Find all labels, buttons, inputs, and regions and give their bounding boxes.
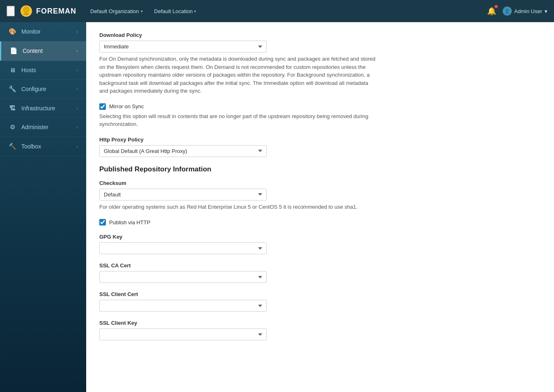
sidebar-label-toolbox: Toolbox xyxy=(21,143,41,150)
ssl-client-key-label: SSL Client Key xyxy=(99,320,378,326)
hamburger-button[interactable]: ☰ xyxy=(7,6,15,16)
sidebar-item-toolbox[interactable]: 🔨 Toolbox › xyxy=(0,137,86,156)
sidebar-item-configure[interactable]: 🔧 Configure › xyxy=(0,80,86,99)
ssl-client-key-group: SSL Client Key xyxy=(99,320,378,340)
download-policy-select[interactable]: Immediate On Demand Background xyxy=(99,41,267,52)
download-policy-label: Download Policy xyxy=(99,32,378,38)
hosts-chevron-icon: › xyxy=(76,68,78,73)
mirror-on-sync-description: Selecting this option will result in con… xyxy=(99,112,378,128)
logo-area: FOREMAN xyxy=(20,5,76,18)
mirror-on-sync-checkbox-label[interactable]: Mirror on Sync xyxy=(109,103,144,109)
ssl-ca-cert-label: SSL CA Cert xyxy=(99,262,378,269)
configure-chevron-icon: › xyxy=(76,87,78,91)
mirror-on-sync-row: Mirror on Sync xyxy=(99,103,378,110)
monitor-chevron-icon: › xyxy=(76,29,78,34)
right-actions: 🔔 👤 Admin User ▾ xyxy=(487,7,547,16)
location-dropdown[interactable]: Default Location ▾ xyxy=(150,6,201,17)
sidebar-item-hosts[interactable]: 🖥 Hosts › xyxy=(0,61,86,80)
publish-via-http-row: Publish via HTTP xyxy=(99,219,378,226)
sidebar-label-configure: Configure xyxy=(21,86,46,92)
http-proxy-select[interactable]: Global Default (A Great Http Proxy) None… xyxy=(99,145,267,157)
configure-icon: 🔧 xyxy=(8,85,16,93)
org-dropdown[interactable]: Default Organization ▾ xyxy=(86,6,147,17)
body-area: 🎨 Monitor › 📄 Content › 🖥 Hosts › 🔧 Conf… xyxy=(0,22,554,392)
published-repo-section: Published Repository Information Checksu… xyxy=(99,165,378,341)
user-avatar-icon: 👤 xyxy=(503,7,512,16)
gpg-key-select[interactable] xyxy=(99,242,267,254)
sidebar-label-hosts: Hosts xyxy=(21,67,36,73)
nav-links: Default Organization ▾ Default Location … xyxy=(86,6,200,17)
publish-via-http-group: Publish via HTTP xyxy=(99,219,378,226)
sidebar-label-content: Content xyxy=(23,48,43,54)
hosts-icon: 🖥 xyxy=(8,66,16,73)
sidebar-item-content[interactable]: 📄 Content › xyxy=(0,41,86,61)
infrastructure-icon: 🏗 xyxy=(8,105,16,112)
user-chevron-icon: ▾ xyxy=(545,8,547,14)
ssl-client-cert-group: SSL Client Cert xyxy=(99,291,378,312)
notification-badge xyxy=(494,5,498,8)
administer-chevron-icon: › xyxy=(76,125,78,130)
ssl-client-cert-select[interactable] xyxy=(99,300,267,312)
checksum-group: Checksum Default SHA1 SHA256 For older o… xyxy=(99,180,378,211)
checksum-label: Checksum xyxy=(99,180,378,186)
administer-icon: ⚙ xyxy=(8,123,16,131)
monitor-icon: 🎨 xyxy=(8,28,16,35)
notifications-button[interactable]: 🔔 xyxy=(487,7,496,16)
sidebar-item-infrastructure[interactable]: 🏗 Infrastructure › xyxy=(0,99,86,118)
bell-icon: 🔔 xyxy=(487,7,496,15)
ssl-ca-cert-group: SSL CA Cert xyxy=(99,262,378,283)
sidebar-label-monitor: Monitor xyxy=(21,28,41,35)
location-chevron-icon: ▾ xyxy=(194,9,196,14)
svg-point-1 xyxy=(23,6,30,14)
sidebar-item-monitor[interactable]: 🎨 Monitor › xyxy=(0,22,86,41)
org-chevron-icon: ▾ xyxy=(141,9,143,14)
http-proxy-group: Http Proxy Policy Global Default (A Grea… xyxy=(99,137,378,157)
http-proxy-label: Http Proxy Policy xyxy=(99,137,378,143)
checksum-description: For older operating systems such as Red … xyxy=(99,203,378,211)
content-chevron-icon: › xyxy=(76,48,78,53)
user-menu-button[interactable]: 👤 Admin User ▾ xyxy=(503,7,547,16)
gpg-key-group: GPG Key xyxy=(99,234,378,254)
toolbox-icon: 🔨 xyxy=(8,143,16,150)
ssl-ca-cert-select[interactable] xyxy=(99,271,267,283)
sidebar-label-administer: Administer xyxy=(21,124,48,130)
checksum-select[interactable]: Default SHA1 SHA256 xyxy=(99,189,267,201)
form-section: Download Policy Immediate On Demand Back… xyxy=(99,32,378,340)
sidebar: 🎨 Monitor › 📄 Content › 🖥 Hosts › 🔧 Conf… xyxy=(0,22,86,392)
sidebar-label-infrastructure: Infrastructure xyxy=(21,105,55,112)
gpg-key-label: GPG Key xyxy=(99,234,378,240)
sidebar-item-administer[interactable]: ⚙ Administer › xyxy=(0,118,86,137)
infrastructure-chevron-icon: › xyxy=(76,106,78,111)
foreman-logo-icon xyxy=(20,5,33,18)
logo-text: FOREMAN xyxy=(36,7,76,16)
ssl-client-key-select[interactable] xyxy=(99,328,267,340)
content-icon: 📄 xyxy=(9,47,18,55)
top-navigation: ☰ FOREMAN Default Organization ▾ Default… xyxy=(0,0,554,22)
download-policy-description: For On Demand synchronization, only the … xyxy=(99,55,378,95)
published-repo-heading: Published Repository Information xyxy=(99,165,378,173)
download-policy-group: Download Policy Immediate On Demand Back… xyxy=(99,32,378,95)
publish-via-http-label[interactable]: Publish via HTTP xyxy=(109,219,150,226)
ssl-client-cert-label: SSL Client Cert xyxy=(99,291,378,297)
publish-via-http-checkbox[interactable] xyxy=(99,219,106,226)
mirror-on-sync-checkbox[interactable] xyxy=(99,103,106,110)
mirror-on-sync-group: Mirror on Sync Selecting this option wil… xyxy=(99,103,378,128)
main-content: Download Policy Immediate On Demand Back… xyxy=(86,22,554,392)
toolbox-chevron-icon: › xyxy=(76,144,78,149)
